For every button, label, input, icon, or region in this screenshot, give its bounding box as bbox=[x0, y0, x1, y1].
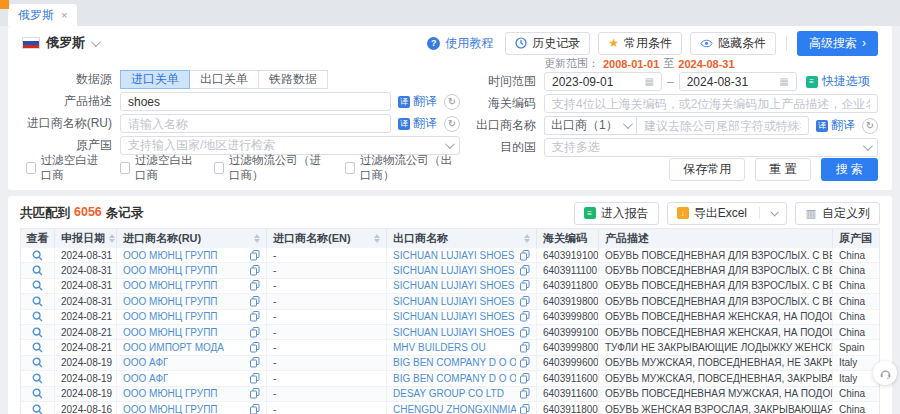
copy-icon[interactable] bbox=[250, 357, 260, 368]
sort-icon[interactable] bbox=[254, 234, 260, 243]
view-detail-icon[interactable] bbox=[32, 311, 43, 322]
translate-button[interactable]: 译 翻译 bbox=[398, 115, 437, 132]
copy-icon[interactable] bbox=[520, 373, 530, 384]
header-importer-ru[interactable]: 进口商名称(RU) bbox=[117, 229, 267, 248]
importer-ru-link[interactable]: ООО МЮНЦ ГРУПП bbox=[123, 327, 218, 338]
chevron-down-icon[interactable] bbox=[770, 208, 778, 216]
tab-import-customs[interactable]: 进口关单 bbox=[120, 70, 190, 89]
importer-ru-link[interactable]: ООО МЮНЦ ГРУПП bbox=[123, 250, 218, 261]
hs-code-input[interactable] bbox=[552, 97, 870, 111]
exporter-link[interactable]: SICHUAN LUJIAYI SHOES CO LTD bbox=[393, 296, 516, 307]
importer-ru-link[interactable]: ООО МЮНЦ ГРУПП bbox=[123, 404, 218, 414]
copy-icon[interactable] bbox=[520, 296, 530, 307]
exporter-link[interactable]: CHENGDU ZHONGXINMIAO TRADING C bbox=[393, 404, 516, 414]
sort-icon[interactable] bbox=[109, 234, 115, 243]
importer-ru-link[interactable]: ООО ИМПОРТ МОДА bbox=[123, 342, 224, 353]
view-cell[interactable] bbox=[21, 294, 55, 308]
copy-icon[interactable] bbox=[250, 327, 260, 338]
history-button[interactable]: 历史记录 bbox=[505, 32, 590, 55]
view-detail-icon[interactable] bbox=[32, 373, 43, 384]
view-cell[interactable] bbox=[21, 371, 55, 385]
header-declare-date[interactable]: 申报日期 bbox=[55, 229, 117, 248]
support-float-button[interactable] bbox=[873, 361, 897, 385]
exporter-type-select[interactable]: 出口商（1） bbox=[544, 116, 636, 135]
view-cell[interactable] bbox=[21, 263, 55, 277]
country-selector[interactable]: 俄罗斯 bbox=[22, 34, 98, 52]
copy-icon[interactable] bbox=[250, 296, 260, 307]
exporter-link[interactable]: BIG BEN COMPANY D O O FROM BEST T bbox=[393, 373, 516, 384]
exporter-link[interactable]: MHV BUILDERS OU bbox=[393, 342, 486, 353]
exporter-link[interactable]: SICHUAN LUJIAYI SHOES CO LTD bbox=[393, 311, 516, 322]
filter-logistics-importer-checkbox[interactable]: 过滤物流公司（进口商） bbox=[214, 153, 329, 183]
date-to-input[interactable]: 2024-08-31 ▦ bbox=[679, 72, 797, 91]
filter-logistics-exporter-checkbox[interactable]: 过滤物流公司（出口商） bbox=[345, 153, 460, 183]
copy-icon[interactable] bbox=[520, 311, 530, 322]
search-button[interactable]: 搜 索 bbox=[821, 158, 878, 181]
view-cell[interactable] bbox=[21, 248, 55, 262]
save-conditions-button[interactable]: 保存常用 bbox=[669, 158, 745, 181]
tutorial-link[interactable]: ? 使用教程 bbox=[427, 35, 493, 52]
tab-rail-data[interactable]: 铁路数据 bbox=[259, 70, 328, 89]
importer-ru-link[interactable]: ООО МЮНЦ ГРУПП bbox=[123, 280, 218, 291]
view-detail-icon[interactable] bbox=[32, 250, 43, 261]
copy-icon[interactable] bbox=[250, 404, 260, 414]
exporter-link[interactable]: SICHUAN LUJIAYI SHOES CO LTD bbox=[393, 280, 516, 291]
copy-icon[interactable] bbox=[250, 280, 260, 291]
copy-icon[interactable] bbox=[250, 388, 260, 399]
copy-icon[interactable] bbox=[250, 311, 260, 322]
date-from-input[interactable]: 2023-09-01 ▦ bbox=[544, 72, 662, 91]
translate-button[interactable]: 译 翻译 bbox=[398, 93, 437, 110]
exporter-input[interactable] bbox=[644, 119, 801, 133]
view-detail-icon[interactable] bbox=[32, 280, 43, 291]
importer-ru-link[interactable]: ООО АФГ bbox=[123, 373, 168, 384]
exporter-link[interactable]: SICHUAN LUJIAYI SHOES CO LTD bbox=[393, 265, 516, 276]
view-cell[interactable] bbox=[21, 325, 55, 339]
importer-ru-input[interactable] bbox=[128, 117, 383, 131]
tab-export-customs[interactable]: 出口关单 bbox=[190, 70, 259, 89]
quick-options-button[interactable]: ≡ 快捷选项 bbox=[806, 73, 870, 90]
importer-ru-link[interactable]: ООО МЮНЦ ГРУПП bbox=[123, 265, 218, 276]
importer-ru-link[interactable]: ООО МЮНЦ ГРУПП bbox=[123, 296, 218, 307]
view-detail-icon[interactable] bbox=[32, 388, 43, 399]
sort-icon[interactable] bbox=[374, 234, 380, 243]
custom-columns-button[interactable]: ▥ 自定义列 bbox=[795, 202, 880, 225]
importer-ru-link[interactable]: ООО МЮНЦ ГРУПП bbox=[123, 311, 218, 322]
view-cell[interactable] bbox=[21, 279, 55, 293]
filter-blank-exporter-checkbox[interactable]: 过滤空白出口商 bbox=[120, 153, 198, 183]
copy-icon[interactable] bbox=[520, 404, 530, 414]
tab-russia[interactable]: 俄罗斯 × bbox=[8, 4, 77, 26]
view-detail-icon[interactable] bbox=[32, 327, 43, 338]
header-exporter[interactable]: 出口商名称 bbox=[387, 229, 537, 248]
hide-conditions-button[interactable]: 隐藏条件 bbox=[690, 32, 776, 55]
importer-ru-link[interactable]: ООО МЮНЦ ГРУПП bbox=[123, 388, 218, 399]
export-excel-button[interactable]: ↓ 导出Excel bbox=[667, 202, 787, 225]
copy-icon[interactable] bbox=[520, 327, 530, 338]
input-history-icon[interactable]: ↻ bbox=[862, 118, 878, 134]
input-history-icon[interactable]: ↻ bbox=[444, 94, 460, 110]
copy-icon[interactable] bbox=[520, 357, 530, 368]
view-cell[interactable] bbox=[21, 402, 55, 414]
copy-icon[interactable] bbox=[520, 250, 530, 261]
view-detail-icon[interactable] bbox=[32, 404, 43, 414]
view-detail-icon[interactable] bbox=[32, 296, 43, 307]
reset-button[interactable]: 重 置 bbox=[755, 158, 810, 181]
copy-icon[interactable] bbox=[250, 250, 260, 261]
exporter-link[interactable]: BIG BEN COMPANY D O O FROM BEST T bbox=[393, 357, 516, 368]
exporter-link[interactable]: DESAY GROUP CO LTD bbox=[393, 388, 504, 399]
copy-icon[interactable] bbox=[520, 342, 530, 353]
copy-icon[interactable] bbox=[520, 280, 530, 291]
input-history-icon[interactable]: ↻ bbox=[444, 116, 460, 132]
close-icon[interactable]: × bbox=[61, 9, 67, 21]
importer-ru-link[interactable]: ООО АФГ bbox=[123, 357, 168, 368]
view-cell[interactable] bbox=[21, 340, 55, 354]
header-importer-en[interactable]: 进口商名称(EN) bbox=[267, 229, 387, 248]
sort-icon[interactable] bbox=[524, 234, 530, 243]
translate-button[interactable]: 译 翻译 bbox=[816, 117, 855, 134]
enter-report-button[interactable]: ≡ 进入报告 bbox=[574, 202, 659, 225]
view-cell[interactable] bbox=[21, 387, 55, 401]
view-detail-icon[interactable] bbox=[32, 357, 43, 368]
copy-icon[interactable] bbox=[250, 373, 260, 384]
view-detail-icon[interactable] bbox=[32, 265, 43, 276]
filter-blank-importer-checkbox[interactable]: 过滤空白进口商 bbox=[26, 153, 104, 183]
exporter-link[interactable]: SICHUAN LUJIAYI SHOES CO LTD bbox=[393, 250, 516, 261]
